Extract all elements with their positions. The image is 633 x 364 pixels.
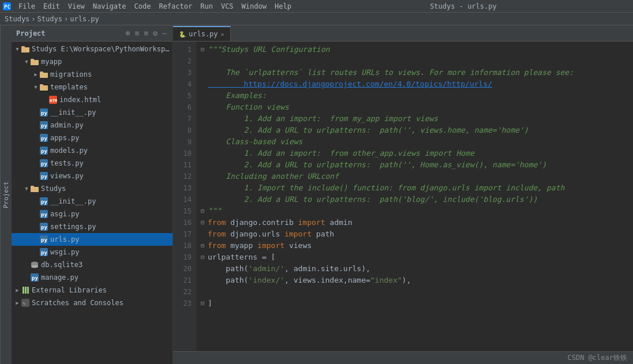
main-area: Project Project ⊕ ≡ ≡ ⚙ — ▼Studys E:\Wor… (0, 25, 633, 364)
tree-item-index-html[interactable]: HTMLindex.html (12, 93, 173, 106)
settings-icon[interactable]: ⚙ (152, 28, 159, 39)
menu-navigate[interactable]: Navigate (89, 2, 130, 11)
tree-item-studys-root[interactable]: ▼Studys E:\Workspace\PythonWorkspace (12, 43, 173, 55)
token: django.contrib (230, 217, 298, 228)
code-line-22 (201, 286, 628, 298)
tree-icon-migrations (39, 70, 48, 79)
code-line-16: ⊟from django.contrib import admin (201, 217, 628, 228)
token: path( (208, 275, 248, 286)
tree-label-wsgi-py: wsgi.py (50, 248, 173, 256)
project-panel: Project ⊕ ≡ ≡ ⚙ — ▼Studys E:\Workspace\P… (12, 25, 173, 364)
menu-view[interactable]: View (65, 2, 88, 11)
svg-text:py: py (41, 212, 47, 217)
collapse-all-icon[interactable]: ≡ (134, 28, 141, 39)
svg-rect-43 (27, 287, 29, 294)
svg-rect-25 (31, 186, 34, 187)
tab-file-icon: 🐍 (179, 31, 186, 37)
tree-icon-settings-py: py (39, 222, 48, 231)
tree-item-migrations[interactable]: ▶migrations (12, 68, 173, 81)
code-line-1: ⊟"""Studys URL Configuration (201, 44, 628, 55)
project-tree: ▼Studys E:\Workspace\PythonWorkspace▼mya… (12, 42, 173, 364)
tree-item-admin-py[interactable]: pyadmin.py (12, 119, 173, 132)
breadcrumb-part-2[interactable]: Studys (38, 15, 62, 23)
token: Including another URLconf (208, 171, 339, 182)
project-tab-vertical[interactable]: Project (0, 25, 12, 364)
breadcrumb-part-3[interactable]: urls.py (70, 15, 99, 23)
menu-window[interactable]: Window (238, 2, 270, 11)
tree-item-tests-py[interactable]: pytests.py (12, 157, 173, 170)
line-numbers: 1234567891011121314151617181920212223 (173, 42, 196, 351)
fold-icon-1[interactable]: ⊟ (201, 44, 207, 55)
tree-item-views-py[interactable]: pyviews.py (12, 170, 173, 182)
token: django.urls (230, 228, 284, 240)
tree-item-asgi-py[interactable]: pyasgi.py (12, 208, 173, 220)
line-num-10: 10 (173, 148, 192, 159)
token: 1. Add an import: from my_app import vie… (208, 113, 438, 125)
tree-item-apps-py[interactable]: pyapps.py (12, 132, 173, 144)
expand-icon[interactable]: ≡ (143, 28, 150, 39)
menu-edit[interactable]: Edit (40, 2, 63, 11)
tree-item-models-py[interactable]: pymodels.py (12, 144, 173, 157)
svg-text:py: py (41, 161, 47, 167)
minimize-icon[interactable]: — (161, 28, 168, 39)
token: Studys URL Configuration (221, 44, 329, 55)
tree-icon-db-sqlite3 (30, 260, 39, 269)
svg-text:py: py (41, 136, 47, 141)
tree-item-init-py-myapp[interactable]: py__init__.py (12, 106, 173, 119)
tree-label-db-sqlite3: db.sqlite3 (41, 261, 173, 269)
tree-icon-tests-py: py (39, 159, 48, 168)
tree-item-settings-py[interactable]: pysettings.py (12, 220, 173, 233)
tree-item-init-py-studys[interactable]: py__init__.py (12, 195, 173, 208)
tab-bar: 🐍 urls.py ✕ (173, 25, 633, 42)
menu-help[interactable]: Help (271, 2, 295, 11)
tree-arrow-asgi-py (32, 211, 39, 217)
tab-close-icon[interactable]: ✕ (221, 31, 224, 37)
tree-item-templates[interactable]: ▼templates (12, 81, 173, 93)
token: from (208, 240, 230, 252)
tree-label-migrations: migrations (50, 70, 173, 78)
add-module-icon[interactable]: ⊕ (125, 28, 132, 39)
tree-item-external-libs[interactable]: ▶External Libraries (12, 284, 173, 297)
code-line-11: 2. Add a URL to urlpatterns: path('', Ho… (201, 159, 628, 171)
tree-label-myapp: myapp (41, 58, 173, 66)
breadcrumb-part-1[interactable]: Studys (5, 15, 29, 23)
fold-icon-15[interactable]: ⊟ (201, 205, 207, 217)
fold-icon-16[interactable]: ⊟ (201, 217, 207, 228)
menu-code[interactable]: Code (131, 2, 155, 11)
svg-text:py: py (41, 148, 47, 154)
token: views (289, 240, 312, 252)
tree-item-studys-pkg[interactable]: ▼Studys (12, 182, 173, 195)
tree-label-manage-py: manage.py (41, 273, 173, 282)
menu-run[interactable]: Run (197, 2, 216, 11)
tree-arrow-wsgi-py (32, 249, 39, 256)
tree-item-db-sqlite3[interactable]: db.sqlite3 (12, 258, 173, 271)
code-line-18: ⊟from myapp import views (201, 240, 628, 252)
line-num-18: 18 (173, 240, 192, 252)
code-line-17: from django.urls import path (201, 228, 628, 240)
tree-item-wsgi-py[interactable]: pywsgi.py (12, 246, 173, 258)
fold-icon-23[interactable]: ⊟ (201, 298, 207, 309)
tree-label-admin-py: admin.py (50, 121, 173, 129)
fold-icon-18[interactable]: ⊟ (201, 240, 207, 252)
token: 2. Add a URL to urlpatterns: path('', vi… (208, 125, 529, 136)
code-content[interactable]: ⊟"""Studys URL Configuration The `urlpat… (196, 42, 633, 351)
token: "index" (370, 275, 402, 286)
code-line-6: Function views (201, 102, 628, 113)
breadcrumb-sep-2: › (64, 15, 68, 23)
tree-item-manage-py[interactable]: pymanage.py (12, 271, 173, 284)
fold-icon-19[interactable]: ⊟ (201, 252, 207, 263)
tab-urls-py[interactable]: 🐍 urls.py ✕ (173, 26, 231, 41)
svg-rect-5 (31, 59, 34, 61)
tree-label-asgi-py: asgi.py (50, 210, 173, 218)
tree-icon-init-py-myapp: py (39, 108, 48, 117)
tree-item-urls-py[interactable]: pyurls.py (12, 233, 173, 246)
menu-refactor[interactable]: Refactor (155, 2, 196, 11)
tree-item-myapp[interactable]: ▼myapp (12, 55, 173, 68)
svg-text:py: py (32, 275, 38, 281)
line-num-12: 12 (173, 171, 192, 182)
token: 2. Add a URL to urlpatterns: path('', Ho… (208, 159, 546, 171)
menu-file[interactable]: File (15, 2, 39, 11)
menu-vcs[interactable]: VCS (218, 2, 237, 11)
tree-item-scratches[interactable]: ▶✎Scratches and Consoles (12, 297, 173, 309)
tree-arrow-views-py (32, 172, 39, 179)
